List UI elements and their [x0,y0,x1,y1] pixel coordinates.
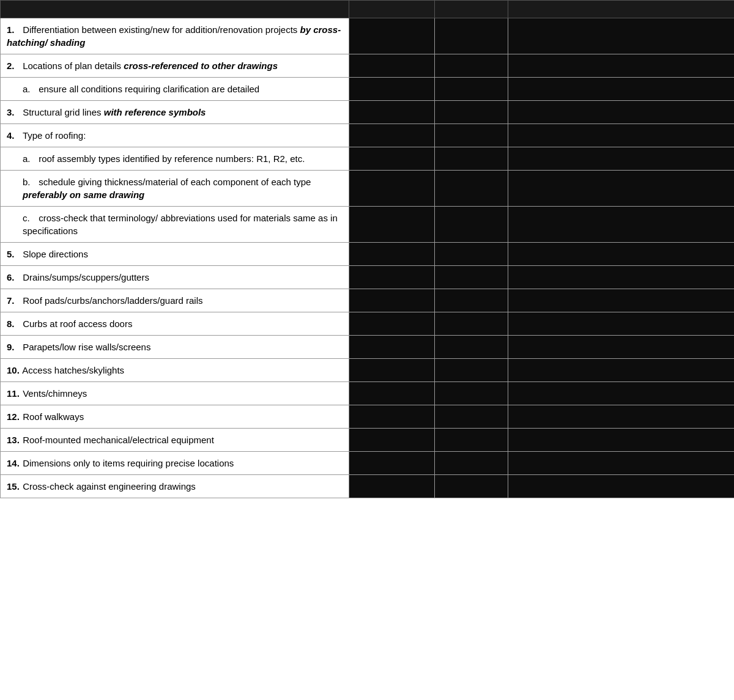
table-row: 15. Cross-check against engineering draw… [1,475,735,498]
row-text: Roof walkways [23,411,84,422]
table-row: 5. Slope directions [1,243,735,266]
sub-na-cell[interactable] [349,78,435,101]
sub-na-cell[interactable] [349,147,435,171]
row-text: Access hatches/skylights [22,365,124,375]
check-cell[interactable] [435,382,508,405]
sub-check-cell[interactable] [435,147,508,171]
check-cell[interactable] [435,359,508,382]
header-check [435,1,508,18]
table-row: 2. Locations of plan details cross-refer… [1,54,735,78]
row-number: 15. [7,480,20,493]
notes-cell[interactable] [508,475,735,498]
check-cell[interactable] [435,429,508,452]
table-row: 13. Roof-mounted mechanical/electrical e… [1,429,735,452]
sub-label: c. [23,212,36,224]
check-cell[interactable] [435,124,508,147]
table-row: 12. Roof walkways [1,405,735,429]
sub-check-cell[interactable] [435,171,508,207]
na-cell[interactable] [349,336,435,359]
na-cell[interactable] [349,429,435,452]
description-cell: 3. Structural grid lines with reference … [1,101,349,124]
na-cell[interactable] [349,54,435,78]
table-row: 7. Roof pads/curbs/anchors/ladders/guard… [1,289,735,312]
na-cell[interactable] [349,124,435,147]
row-text: Type of roofing: [23,130,86,141]
notes-cell[interactable] [508,124,735,147]
row-number: 4. [7,129,20,142]
na-cell[interactable] [349,101,435,124]
sub-notes-cell[interactable] [508,207,735,243]
table-sub-row: a. ensure all conditions requiring clari… [1,78,735,101]
sub-na-cell[interactable] [349,207,435,243]
row-number: 7. [7,294,20,307]
na-cell[interactable] [349,243,435,266]
sub-description-cell: a. roof assembly types identified by ref… [1,147,349,171]
notes-cell[interactable] [508,54,735,78]
row-text: Slope directions [23,249,88,259]
check-cell[interactable] [435,54,508,78]
row-number: 3. [7,106,20,119]
notes-cell[interactable] [508,18,735,54]
na-cell[interactable] [349,405,435,429]
check-cell[interactable] [435,452,508,475]
row-number: 6. [7,271,20,284]
description-cell: 5. Slope directions [1,243,349,266]
row-text: Curbs at roof access doors [23,319,132,329]
check-cell[interactable] [435,405,508,429]
na-cell[interactable] [349,289,435,312]
na-cell[interactable] [349,475,435,498]
check-cell[interactable] [435,243,508,266]
notes-cell[interactable] [508,289,735,312]
sub-notes-cell[interactable] [508,78,735,101]
na-cell[interactable] [349,359,435,382]
notes-cell[interactable] [508,429,735,452]
check-cell[interactable] [435,266,508,289]
description-cell: 13. Roof-mounted mechanical/electrical e… [1,429,349,452]
sub-notes-cell[interactable] [508,171,735,207]
notes-cell[interactable] [508,359,735,382]
na-cell[interactable] [349,452,435,475]
na-cell[interactable] [349,312,435,336]
notes-cell[interactable] [508,336,735,359]
row-text: Differentiation between existing/new for… [23,24,300,35]
row-text: Structural grid lines [23,107,104,117]
notes-cell[interactable] [508,382,735,405]
notes-cell[interactable] [508,405,735,429]
description-cell: 15. Cross-check against engineering draw… [1,475,349,498]
row-number: 9. [7,341,20,353]
notes-cell[interactable] [508,266,735,289]
na-cell[interactable] [349,18,435,54]
row-number: 10. [7,364,20,377]
check-cell[interactable] [435,18,508,54]
check-cell[interactable] [435,312,508,336]
sub-label: a. [23,152,36,165]
description-cell: 4. Type of roofing: [1,124,349,147]
sub-description-cell: c. cross-check that terminology/ abbrevi… [1,207,349,243]
description-cell: 12. Roof walkways [1,405,349,429]
table-row: 11. Vents/chimneys [1,382,735,405]
notes-cell[interactable] [508,101,735,124]
notes-cell[interactable] [508,243,735,266]
notes-cell[interactable] [508,452,735,475]
notes-cell[interactable] [508,312,735,336]
sub-na-cell[interactable] [349,171,435,207]
check-cell[interactable] [435,101,508,124]
sub-check-cell[interactable] [435,78,508,101]
header-notes [508,1,735,18]
check-cell[interactable] [435,289,508,312]
row-text: Roof-mounted mechanical/electrical equip… [23,435,214,445]
check-cell[interactable] [435,336,508,359]
description-cell: 6. Drains/sumps/scuppers/gutters [1,266,349,289]
na-cell[interactable] [349,382,435,405]
check-cell[interactable] [435,475,508,498]
sub-label: a. [23,83,36,95]
row-text-italic: cross-referenced to other drawings [124,61,278,71]
table-sub-row: a. roof assembly types identified by ref… [1,147,735,171]
na-cell[interactable] [349,266,435,289]
sub-check-cell[interactable] [435,207,508,243]
row-number: 1. [7,23,20,36]
sub-label: b. [23,175,36,188]
header-na [349,1,435,18]
sub-notes-cell[interactable] [508,147,735,171]
row-text: Roof pads/curbs/anchors/ladders/guard ra… [23,295,202,306]
